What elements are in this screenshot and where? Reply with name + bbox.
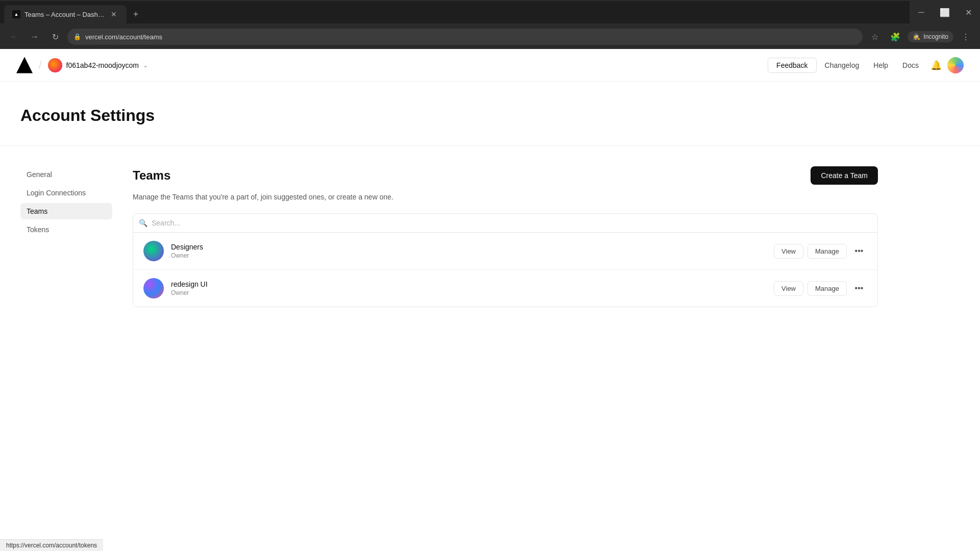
page: / f061ab42-moodjoycom ⌄ Feedback Changel… <box>0 49 980 551</box>
team-name-redesign: redesign UI <box>171 280 767 288</box>
team-more-button-designers[interactable]: ••• <box>851 243 867 259</box>
browser-chrome: ▲ Teams – Account – Dashboard ✕ + ─ ⬜ ✕ … <box>0 0 980 49</box>
bookmark-button[interactable]: ☆ <box>867 29 883 45</box>
sidebar-item-general[interactable]: General <box>20 166 112 183</box>
help-link[interactable]: Help <box>867 58 894 72</box>
nav-actions: ☆ 🧩 🕵 Incognito ⋮ <box>867 29 974 45</box>
sidebar-nav: General Login Connections Teams Tokens <box>20 166 112 238</box>
new-tab-button[interactable]: + <box>129 7 143 21</box>
forward-button[interactable]: → <box>27 29 43 45</box>
search-icon: 🔍 <box>139 219 148 227</box>
team-role-redesign: Owner <box>171 289 767 296</box>
feedback-button[interactable]: Feedback <box>768 58 816 73</box>
team-view-button-redesign[interactable]: View <box>774 281 803 296</box>
team-item: Designers Owner View Manage ••• <box>133 233 877 270</box>
create-team-button[interactable]: Create a Team <box>811 166 878 185</box>
team-avatar-designers <box>143 241 164 261</box>
window-controls: ─ ⬜ ✕ <box>910 0 980 24</box>
tab-close-button[interactable]: ✕ <box>109 10 118 19</box>
browser-tab-bar: ▲ Teams – Account – Dashboard ✕ + <box>0 1 910 23</box>
incognito-badge[interactable]: 🕵 Incognito <box>908 31 953 42</box>
tab-title: Teams – Account – Dashboard <box>24 11 105 18</box>
address-bar[interactable]: 🔒 vercel.com/account/teams <box>67 29 863 45</box>
changelog-link[interactable]: Changelog <box>819 58 866 72</box>
team-name-designers: Designers <box>171 243 767 251</box>
content-layout: General Login Connections Teams Tokens T… <box>20 146 878 307</box>
team-role-designers: Owner <box>171 252 767 259</box>
section-header: Teams Create a Team <box>133 166 878 185</box>
header-separator: / <box>39 59 42 71</box>
main-content: Account Settings General Login Connectio… <box>0 82 980 332</box>
close-button[interactable]: ✕ <box>957 0 980 24</box>
teams-search-input[interactable] <box>133 213 878 233</box>
team-manage-button-redesign[interactable]: Manage <box>807 281 847 296</box>
status-bar: https://vercel.com/account/tokens <box>0 539 103 551</box>
main-panel: Teams Create a Team Manage the Teams tha… <box>133 166 878 307</box>
teams-section-title: Teams <box>133 168 170 183</box>
team-view-button-designers[interactable]: View <box>774 244 803 259</box>
menu-button[interactable]: ⋮ <box>958 29 974 45</box>
account-name: f061ab42-moodjoycom <box>66 61 139 69</box>
team-avatar-redesign <box>143 278 164 298</box>
sidebar-item-tokens[interactable]: Tokens <box>20 221 112 238</box>
notifications-button[interactable]: 🔔 <box>927 56 945 74</box>
extensions-button[interactable]: 🧩 <box>887 29 903 45</box>
docs-link[interactable]: Docs <box>896 58 925 72</box>
reload-button[interactable]: ↻ <box>47 29 63 45</box>
maximize-button[interactable]: ⬜ <box>933 0 957 24</box>
team-list: Designers Owner View Manage ••• <box>133 233 878 307</box>
sidebar-item-teams[interactable]: Teams <box>20 203 112 219</box>
minimize-button[interactable]: ─ <box>910 0 933 24</box>
back-button[interactable]: ← <box>6 29 22 45</box>
user-avatar[interactable] <box>947 57 964 73</box>
browser-tab-active[interactable]: ▲ Teams – Account – Dashboard ✕ <box>4 5 127 23</box>
team-item: redesign UI Owner View Manage ••• <box>133 270 877 307</box>
browser-top-row: ▲ Teams – Account – Dashboard ✕ + ─ ⬜ ✕ <box>0 0 980 24</box>
team-info-designers: Designers Owner <box>171 243 767 259</box>
search-container: 🔍 <box>133 213 878 233</box>
header-actions: Feedback Changelog Help Docs 🔔 <box>768 56 964 74</box>
account-selector[interactable]: f061ab42-moodjoycom ⌄ <box>48 58 148 72</box>
browser-nav: ← → ↻ 🔒 vercel.com/account/teams ☆ 🧩 🕵 I… <box>0 24 980 49</box>
team-manage-button-designers[interactable]: Manage <box>807 244 847 259</box>
vercel-logo[interactable] <box>16 57 33 73</box>
site-header: / f061ab42-moodjoycom ⌄ Feedback Changel… <box>0 49 980 82</box>
team-actions-redesign: View Manage ••• <box>774 280 867 296</box>
account-avatar <box>48 58 62 72</box>
sidebar: General Login Connections Teams Tokens <box>20 166 133 307</box>
incognito-label: Incognito <box>923 33 948 40</box>
tab-favicon: ▲ <box>12 10 20 18</box>
address-text: vercel.com/account/teams <box>85 33 162 41</box>
chevron-down-icon: ⌄ <box>143 62 148 69</box>
sidebar-item-login-connections[interactable]: Login Connections <box>20 185 112 201</box>
page-title: Account Settings <box>20 106 878 125</box>
status-url: https://vercel.com/account/tokens <box>6 542 97 549</box>
teams-section-description: Manage the Teams that you're a part of, … <box>133 193 878 201</box>
team-more-button-redesign[interactable]: ••• <box>851 280 867 296</box>
team-actions-designers: View Manage ••• <box>774 243 867 259</box>
incognito-icon: 🕵 <box>913 33 920 40</box>
team-info-redesign: redesign UI Owner <box>171 280 767 296</box>
